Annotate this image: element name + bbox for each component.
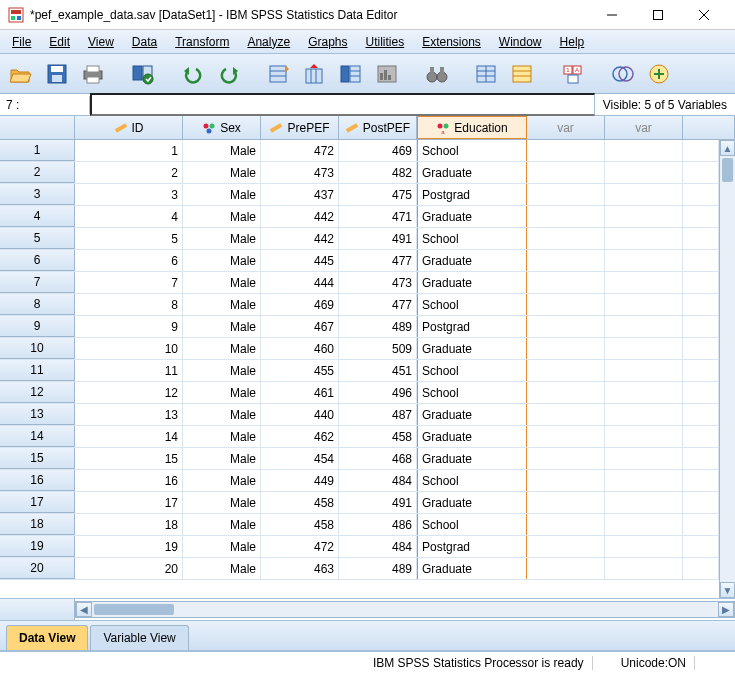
cell-education[interactable]: School (417, 382, 527, 403)
cell-prepef[interactable]: 458 (261, 492, 339, 513)
row-header[interactable]: 3 (0, 184, 75, 205)
cell-prepef[interactable]: 444 (261, 272, 339, 293)
cell-var[interactable] (605, 492, 683, 513)
cell-sex[interactable]: Male (183, 162, 261, 183)
cell-var[interactable] (605, 338, 683, 359)
cell-prepef[interactable]: 462 (261, 426, 339, 447)
cell-var[interactable] (527, 184, 605, 205)
cell-blank[interactable] (683, 426, 719, 447)
goto-variable-button[interactable] (300, 59, 330, 89)
cell-id[interactable]: 16 (75, 470, 183, 491)
cell-id[interactable]: 20 (75, 558, 183, 579)
cell-education[interactable]: Graduate (417, 206, 527, 227)
menu-graphs[interactable]: Graphs (300, 33, 355, 51)
row-header[interactable]: 19 (0, 536, 75, 557)
cell-prepef[interactable]: 467 (261, 316, 339, 337)
cell-prepef[interactable]: 461 (261, 382, 339, 403)
close-button[interactable] (681, 0, 727, 30)
cell-sex[interactable]: Male (183, 382, 261, 403)
column-header-sex[interactable]: Sex (183, 116, 261, 139)
cell-education[interactable]: Graduate (417, 426, 527, 447)
maximize-button[interactable] (635, 0, 681, 30)
cell-sex[interactable]: Male (183, 536, 261, 557)
cell-id[interactable]: 17 (75, 492, 183, 513)
cell-education[interactable]: Postgrad (417, 184, 527, 205)
cell-id[interactable]: 6 (75, 250, 183, 271)
variables-button[interactable] (336, 59, 366, 89)
cell-sex[interactable]: Male (183, 404, 261, 425)
cell-id[interactable]: 7 (75, 272, 183, 293)
row-header[interactable]: 12 (0, 382, 75, 403)
cell-var[interactable] (605, 470, 683, 491)
cell-sex[interactable]: Male (183, 338, 261, 359)
cell-var[interactable] (605, 162, 683, 183)
cell-id[interactable]: 2 (75, 162, 183, 183)
cell-var[interactable] (527, 558, 605, 579)
cell-var[interactable] (605, 140, 683, 161)
weight-cases-button[interactable] (508, 59, 538, 89)
cell-education[interactable]: Graduate (417, 272, 527, 293)
cell-sex[interactable]: Male (183, 514, 261, 535)
cell-var[interactable] (527, 492, 605, 513)
cell-var[interactable] (527, 272, 605, 293)
corner-cell[interactable] (0, 116, 75, 139)
cell-prepef[interactable]: 469 (261, 294, 339, 315)
cell-education[interactable]: School (417, 360, 527, 381)
cell-var[interactable] (605, 514, 683, 535)
cell-var[interactable] (605, 228, 683, 249)
scroll-thumb[interactable] (94, 604, 174, 615)
cell-education[interactable]: Graduate (417, 338, 527, 359)
cell-id[interactable]: 12 (75, 382, 183, 403)
cell-postpef[interactable]: 496 (339, 382, 417, 403)
row-header[interactable]: 9 (0, 316, 75, 337)
show-all-button[interactable] (644, 59, 674, 89)
value-labels-button[interactable]: 1A (558, 59, 588, 89)
cell-id[interactable]: 14 (75, 426, 183, 447)
find-button[interactable] (422, 59, 452, 89)
cell-postpef[interactable]: 451 (339, 360, 417, 381)
scroll-up-arrow[interactable]: ▲ (720, 140, 735, 156)
cell-blank[interactable] (683, 316, 719, 337)
cell-sex[interactable]: Male (183, 272, 261, 293)
cell-prepef[interactable]: 472 (261, 536, 339, 557)
cell-postpef[interactable]: 458 (339, 426, 417, 447)
cell-sex[interactable]: Male (183, 250, 261, 271)
cell-blank[interactable] (683, 558, 719, 579)
cell-var[interactable] (527, 448, 605, 469)
row-header[interactable]: 1 (0, 140, 75, 161)
cell-postpef[interactable]: 487 (339, 404, 417, 425)
column-header-id[interactable]: ID (75, 116, 183, 139)
cell-blank[interactable] (683, 272, 719, 293)
cell-blank[interactable] (683, 448, 719, 469)
column-header-postpef[interactable]: PostPEF (339, 116, 417, 139)
cell-postpef[interactable]: 491 (339, 228, 417, 249)
row-header[interactable]: 7 (0, 272, 75, 293)
open-button[interactable] (6, 59, 36, 89)
cell-prepef[interactable]: 442 (261, 206, 339, 227)
print-button[interactable] (78, 59, 108, 89)
cell-prepef[interactable]: 440 (261, 404, 339, 425)
cell-education[interactable]: Graduate (417, 492, 527, 513)
row-header[interactable]: 13 (0, 404, 75, 425)
cell-var[interactable] (605, 294, 683, 315)
vertical-scrollbar[interactable]: ▲ ▼ (719, 140, 735, 598)
goto-case-button[interactable] (264, 59, 294, 89)
cell-var[interactable] (605, 558, 683, 579)
cell-var[interactable] (527, 338, 605, 359)
cell-prepef[interactable]: 445 (261, 250, 339, 271)
scroll-down-arrow[interactable]: ▼ (720, 582, 735, 598)
menu-data[interactable]: Data (124, 33, 165, 51)
cell-var[interactable] (605, 360, 683, 381)
cell-var[interactable] (527, 140, 605, 161)
cell-id[interactable]: 10 (75, 338, 183, 359)
cell-prepef[interactable]: 449 (261, 470, 339, 491)
cell-var[interactable] (527, 514, 605, 535)
cell-var[interactable] (527, 404, 605, 425)
cell-var[interactable] (527, 206, 605, 227)
column-header-var-2[interactable]: var (605, 116, 683, 139)
scroll-thumb[interactable] (722, 158, 733, 182)
cell-blank[interactable] (683, 162, 719, 183)
split-file-button[interactable] (472, 59, 502, 89)
column-header-blank[interactable] (683, 116, 735, 139)
cell-education[interactable]: Graduate (417, 162, 527, 183)
